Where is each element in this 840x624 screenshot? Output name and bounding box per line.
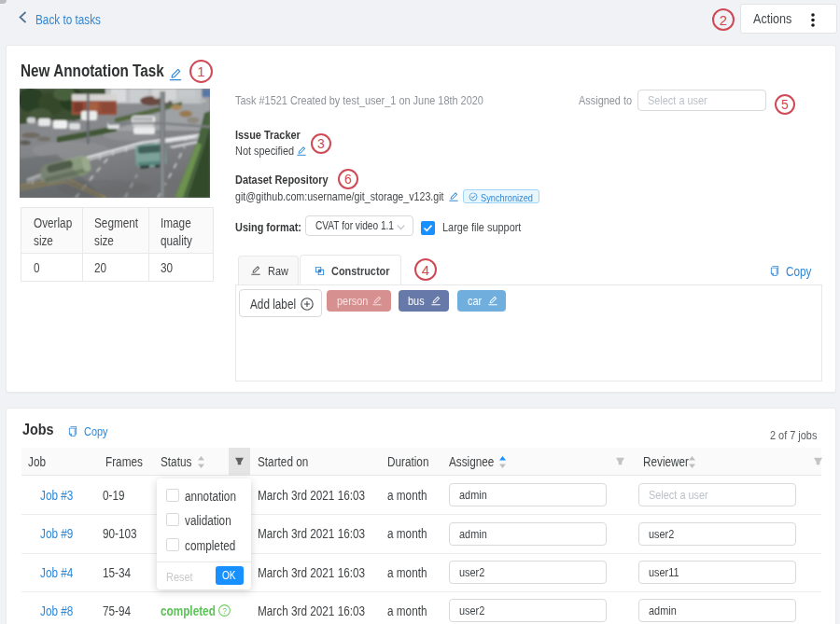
svg-text:?: ? [222, 606, 227, 616]
